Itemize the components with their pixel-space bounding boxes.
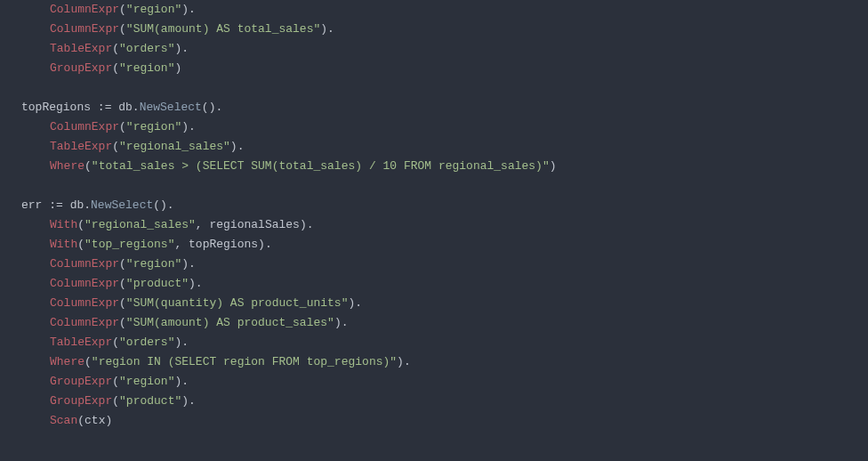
token-ident: db.: [70, 198, 91, 212]
token-paren: (: [112, 140, 119, 153]
token-ident: topRegions: [21, 101, 98, 114]
token-paren: (: [112, 394, 119, 408]
token-fn: ColumnExpr: [50, 277, 119, 290]
token-str: "regional_sales": [119, 140, 230, 153]
token-str: "region": [126, 257, 181, 271]
token-paren: ,: [174, 238, 189, 251]
code-line: With("regional_sales", regionalSales).: [21, 215, 868, 235]
token-op: :=: [98, 101, 118, 114]
token-fn: TableExpr: [50, 140, 112, 153]
token-paren: ).: [181, 257, 196, 271]
token-paren: (: [119, 3, 126, 16]
token-ident: topRegions: [189, 238, 258, 251]
code-line: ColumnExpr("SUM(amount) AS total_sales")…: [21, 20, 868, 39]
code-line: [21, 78, 868, 98]
token-paren: ).: [334, 316, 349, 329]
token-paren: ).: [181, 120, 196, 133]
token-fn: GroupExpr: [50, 375, 112, 388]
code-line: TableExpr("orders").: [21, 333, 868, 352]
code-line: With("top_regions", topRegions).: [21, 235, 868, 255]
code-line: Scan(ctx): [21, 411, 868, 431]
token-str: "SUM(amount) AS total_sales": [126, 22, 320, 36]
token-paren: ).: [230, 140, 245, 153]
token-paren: (: [119, 257, 126, 271]
token-ident: db.: [118, 101, 139, 114]
token-paren: ): [105, 414, 112, 427]
code-line: ColumnExpr("SUM(amount) AS product_sales…: [21, 313, 868, 333]
token-paren: ).: [300, 218, 314, 231]
token-fn: ColumnExpr: [50, 316, 119, 329]
token-fn: With: [50, 238, 77, 251]
token-fn: ColumnExpr: [50, 22, 119, 36]
token-str: "top_regions": [84, 238, 174, 251]
token-paren: (: [77, 414, 84, 427]
token-paren: (: [112, 375, 119, 388]
token-fn: ColumnExpr: [50, 296, 119, 310]
token-str: "SUM(quantity) AS product_units": [126, 296, 349, 310]
code-line: ColumnExpr("region").: [21, 117, 868, 137]
token-paren: (: [112, 336, 119, 349]
token-paren: (: [119, 120, 126, 133]
token-str: "product": [119, 394, 181, 408]
token-fn: TableExpr: [50, 42, 112, 55]
token-paren: (: [84, 159, 92, 173]
token-fn: Where: [50, 159, 84, 173]
code-line: err := db.NewSelect().: [21, 196, 868, 215]
token-str: "SUM(amount) AS product_sales": [126, 316, 334, 329]
token-str: "total_sales > (SELECT SUM(total_sales) …: [92, 159, 550, 173]
code-line: ColumnExpr("region").: [21, 255, 868, 274]
token-paren: ): [174, 61, 181, 75]
token-ident: regionalSales: [209, 218, 299, 231]
token-str: "region": [126, 120, 181, 133]
token-op: :=: [49, 198, 69, 212]
code-line: topRegions := db.NewSelect().: [21, 98, 868, 117]
code-line: ColumnExpr("region").: [21, 0, 868, 20]
token-paren: (: [119, 296, 126, 310]
token-paren: ).: [397, 355, 411, 368]
token-str: "region IN (SELECT region FROM top_regio…: [92, 355, 397, 368]
token-fn: GroupExpr: [50, 394, 112, 408]
token-paren: (: [84, 355, 92, 368]
token-fn: GroupExpr: [50, 61, 112, 75]
code-line: [21, 176, 868, 196]
token-paren: (: [119, 22, 126, 36]
token-paren: ).: [258, 238, 272, 251]
token-str: "region": [119, 375, 174, 388]
token-paren: ).: [174, 336, 189, 349]
token-fn: ColumnExpr: [50, 3, 119, 16]
token-str: "regional_sales": [84, 218, 196, 231]
token-paren: ).: [348, 296, 362, 310]
token-method: NewSelect: [91, 198, 153, 212]
code-line: Where("region IN (SELECT region FROM top…: [21, 352, 868, 372]
token-str: "region": [119, 61, 174, 75]
token-str: "product": [126, 277, 189, 290]
code-line: GroupExpr("region").: [21, 372, 868, 392]
token-paren: (: [119, 316, 126, 329]
token-paren: ).: [181, 394, 196, 408]
token-fn: ColumnExpr: [50, 120, 119, 133]
code-line: TableExpr("regional_sales").: [21, 137, 868, 157]
token-paren: ).: [189, 277, 203, 290]
code-line: GroupExpr("region"): [21, 59, 868, 78]
token-ident: err: [21, 198, 49, 212]
code-line: ColumnExpr("SUM(quantity) AS product_uni…: [21, 294, 868, 313]
code-line: TableExpr("orders").: [21, 39, 868, 59]
token-ident: ctx: [84, 414, 105, 427]
token-fn: TableExpr: [50, 336, 112, 349]
code-line: ColumnExpr("product").: [21, 274, 868, 294]
token-str: "region": [126, 3, 181, 16]
token-paren: (: [112, 42, 119, 55]
token-paren: ().: [202, 101, 222, 114]
token-fn: With: [50, 218, 77, 231]
token-fn: Where: [50, 355, 84, 368]
token-paren: ,: [196, 218, 210, 231]
token-paren: (: [112, 61, 119, 75]
token-fn: ColumnExpr: [50, 257, 119, 271]
token-method: NewSelect: [140, 101, 202, 114]
token-paren: ).: [174, 375, 189, 388]
token-str: "orders": [119, 336, 174, 349]
code-block: ColumnExpr("region").ColumnExpr("SUM(amo…: [0, 0, 868, 431]
token-fn: Scan: [50, 414, 77, 427]
token-paren: ).: [320, 22, 334, 36]
code-line: GroupExpr("product").: [21, 392, 868, 411]
